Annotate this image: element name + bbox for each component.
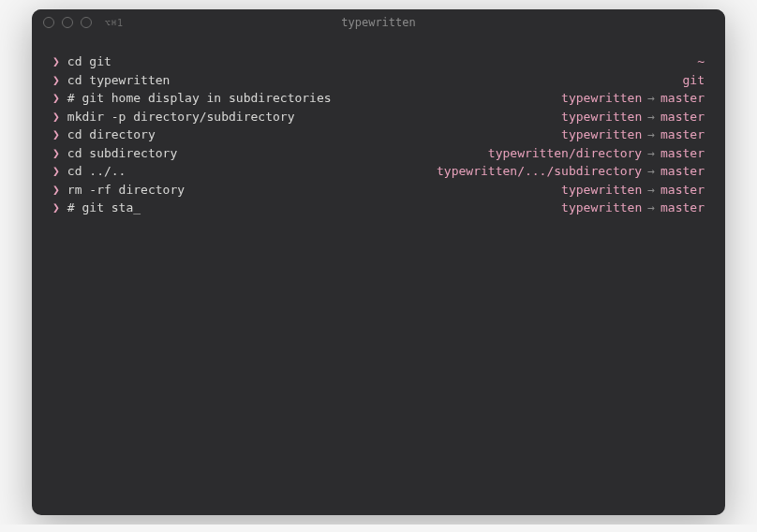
arrow-icon: → [647, 181, 655, 200]
window-title: typewritten [341, 16, 415, 29]
arrow-icon: → [647, 162, 655, 181]
prompt-right: typewritten → master [561, 126, 705, 144]
prompt-right: typewritten/.../subdirectory → master [437, 162, 705, 181]
prompt-right: typewritten/directory → master [488, 144, 705, 163]
arrow-icon: → [647, 108, 655, 126]
terminal-window: ⌥⌘1 typewritten ❯ cd git ~ ❯ cd typewrit… [32, 9, 725, 515]
terminal-line: ❯ rm -rf directory typewritten → master [52, 181, 705, 200]
prompt-right: typewritten → master [561, 181, 705, 200]
close-button[interactable] [43, 17, 54, 28]
context-path: typewritten [561, 181, 642, 200]
git-branch: master [661, 89, 705, 108]
command-text: cd directory [67, 126, 156, 144]
prompt-symbol: ❯ [52, 89, 60, 108]
command-text: # git sta [67, 199, 133, 217]
cursor: _ [133, 199, 141, 217]
command-text: cd subdirectory [67, 144, 177, 163]
prompt-left: ❯ rm -rf directory [52, 181, 185, 200]
prompt-left: ❯ cd ../.. [52, 162, 126, 181]
prompt-symbol: ❯ [52, 144, 60, 163]
git-branch: master [661, 162, 705, 181]
context-path: typewritten [561, 89, 642, 108]
context-path: git [683, 71, 705, 90]
command-text: # git home display in subdirectories [67, 89, 332, 108]
prompt-right: git [683, 71, 705, 90]
titlebar: ⌥⌘1 typewritten [32, 9, 725, 36]
terminal-line: ❯ cd typewritten git [52, 71, 705, 90]
context-path: typewritten [561, 126, 642, 144]
prompt-symbol: ❯ [52, 108, 60, 126]
prompt-symbol: ❯ [52, 126, 60, 144]
prompt-symbol: ❯ [52, 162, 60, 181]
terminal-line: ❯ cd ../.. typewritten/.../subdirectory … [52, 162, 705, 181]
shell-indicator: ⌥⌘1 [105, 18, 124, 28]
git-branch: master [661, 126, 705, 144]
prompt-left: ❯ mkdir -p directory/subdirectory [52, 108, 294, 126]
terminal-line: ❯ cd directory typewritten → master [52, 126, 705, 144]
terminal-line: ❯ cd git ~ [52, 52, 705, 71]
prompt-left: ❯ cd subdirectory [52, 144, 177, 163]
prompt-left: ❯ cd directory [52, 126, 156, 144]
prompt-symbol: ❯ [52, 199, 60, 217]
terminal-line: ❯ cd subdirectory typewritten/directory … [52, 144, 705, 163]
terminal-body[interactable]: ❯ cd git ~ ❯ cd typewritten git ❯ # git … [32, 36, 725, 234]
git-branch: master [661, 181, 705, 200]
arrow-icon: → [647, 199, 655, 217]
prompt-left: ❯ # git sta_ [52, 199, 141, 217]
context-path: typewritten [561, 108, 642, 126]
prompt-right: typewritten → master [561, 199, 705, 217]
prompt-right: typewritten → master [561, 89, 705, 108]
command-text: mkdir -p directory/subdirectory [67, 108, 295, 126]
arrow-icon: → [647, 144, 655, 163]
git-branch: master [661, 199, 705, 217]
command-text: cd git [67, 52, 111, 71]
arrow-icon: → [647, 89, 655, 108]
prompt-symbol: ❯ [52, 52, 60, 71]
traffic-lights [43, 17, 92, 28]
prompt-symbol: ❯ [52, 181, 60, 200]
context-path: typewritten/directory [488, 144, 642, 163]
terminal-line: ❯ # git sta_ typewritten → master [52, 199, 705, 217]
prompt-right: ~ [697, 52, 705, 71]
command-text: cd ../.. [67, 162, 126, 181]
minimize-button[interactable] [62, 17, 73, 28]
command-text: rm -rf directory [67, 181, 185, 200]
prompt-right: typewritten → master [561, 108, 705, 126]
git-branch: master [661, 144, 705, 163]
maximize-button[interactable] [81, 17, 92, 28]
prompt-left: ❯ cd typewritten [52, 71, 170, 90]
prompt-symbol: ❯ [52, 71, 60, 90]
command-text: cd typewritten [67, 71, 171, 90]
git-branch: master [661, 108, 705, 126]
context-path: typewritten/.../subdirectory [437, 162, 642, 181]
context-path: ~ [697, 52, 705, 71]
context-path: typewritten [561, 199, 642, 217]
arrow-icon: → [647, 126, 655, 144]
terminal-line: ❯ # git home display in subdirectories t… [52, 89, 705, 108]
terminal-line: ❯ mkdir -p directory/subdirectory typewr… [52, 108, 705, 126]
prompt-left: ❯ cd git [52, 52, 111, 71]
prompt-left: ❯ # git home display in subdirectories [52, 89, 332, 108]
